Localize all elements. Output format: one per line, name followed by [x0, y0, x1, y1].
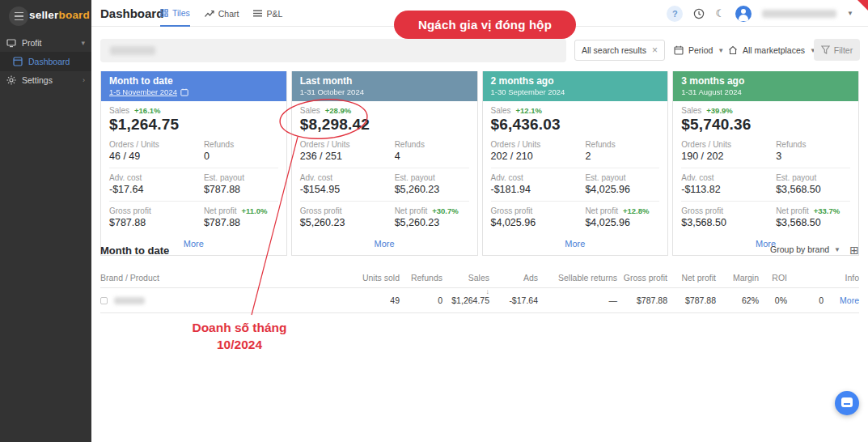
net-profit-label: Net profit — [776, 206, 809, 215]
tile-body: Sales+28.9% $8,298.42 Orders / Units236 … — [292, 101, 477, 255]
chevron-right-icon: › — [83, 76, 85, 84]
refunds-value: 3 — [776, 151, 850, 162]
tile-date: 1-30 September 2024 — [491, 87, 565, 96]
col-header-gross-profit: Gross profit — [617, 273, 667, 283]
sales-label: Sales — [491, 106, 511, 115]
tile-header: 2 months ago 1-30 September 2024 — [483, 71, 668, 101]
sidebar: sellerboard Profit ▾ Dashboard Settings … — [0, 0, 91, 442]
chevron-down-icon[interactable]: ▼ — [847, 10, 853, 17]
tab-pnl[interactable]: P&L — [253, 0, 282, 27]
blurred-account-name[interactable] — [762, 10, 836, 18]
chevron-down-icon: ▾ — [81, 39, 85, 47]
tile-body: Sales+39.9% $5,740.36 Orders / Units190 … — [673, 101, 858, 255]
tile-header: Last month 1-31 October 2024 — [292, 71, 477, 101]
tile-date-link[interactable]: 1-5 November 2024 — [109, 87, 177, 96]
funnel-icon — [821, 45, 830, 54]
tab-label: Chart — [218, 9, 239, 19]
tile-body: Sales+12.1% $6,436.03 Orders / Units202 … — [483, 101, 668, 255]
filter-button[interactable]: Filter — [814, 39, 860, 61]
adv-cost-value: -$113.82 — [681, 184, 776, 195]
est-payout-label: Est. payout — [204, 173, 244, 182]
cell-gross-profit: $787.88 — [617, 295, 667, 305]
gross-profit-label: Gross profit — [681, 206, 723, 215]
filter-label: Filter — [834, 45, 853, 55]
sidebar-item-profit[interactable]: Profit ▾ — [0, 34, 91, 52]
help-button[interactable]: ? — [667, 6, 683, 22]
orders-units-label: Orders / Units — [109, 140, 159, 149]
sales-label: Sales — [109, 106, 129, 115]
search-input[interactable] — [100, 39, 566, 62]
orders-units-value: 202 / 210 — [491, 151, 586, 162]
column-settings-grid-icon[interactable]: ⊞ — [849, 244, 859, 257]
tile-more-link[interactable]: More — [491, 234, 660, 255]
tab-chart[interactable]: Chart — [205, 0, 239, 27]
close-icon[interactable]: × — [652, 45, 658, 56]
annotation-note-line1: Doanh số tháng — [167, 319, 312, 336]
sidebar-item-label: Dashboard — [28, 57, 70, 66]
sidebar-item-settings[interactable]: Settings › — [0, 71, 91, 89]
row-expander-icon[interactable] — [100, 297, 108, 304]
page-title: Dashboard — [100, 6, 163, 20]
row-more-link[interactable]: More — [824, 295, 859, 305]
search-results-label: All search results — [582, 45, 646, 55]
adv-cost-label: Adv. cost — [681, 173, 713, 182]
period-dropdown[interactable]: Period ▼ — [674, 40, 724, 61]
cell-roi: 0% — [759, 295, 787, 305]
gross-profit-value: $3,568.50 — [681, 217, 776, 228]
cell-sellable-returns: — — [538, 295, 617, 305]
tab-label: Tiles — [172, 8, 190, 18]
logo-text-board: board — [58, 9, 90, 21]
est-payout-label: Est. payout — [395, 173, 435, 182]
tile-more-link[interactable]: More — [300, 234, 469, 255]
sales-label: Sales — [681, 106, 701, 115]
tab-tiles[interactable]: Tiles — [160, 0, 190, 27]
history-clock-icon[interactable] — [693, 8, 705, 19]
adv-cost-value: -$181.94 — [491, 184, 586, 195]
search-results-filter-chip[interactable]: All search results × — [574, 40, 665, 61]
sales-value: $5,740.36 — [681, 116, 850, 134]
est-payout-label: Est. payout — [585, 173, 625, 182]
avatar[interactable] — [735, 6, 752, 22]
net-profit-change-badge: +30.7% — [432, 206, 459, 215]
tile-body: Sales+16.1% $1,264.75 Orders / Units46 /… — [101, 101, 286, 255]
refunds-value: 0 — [204, 151, 278, 162]
adv-cost-value: -$17.64 — [109, 184, 204, 195]
gross-profit-value: $5,260.23 — [300, 217, 395, 228]
est-payout-value: $4,025.96 — [585, 184, 659, 195]
sales-change-badge: +12.1% — [516, 106, 543, 115]
annotation-note-line2: 10/2024 — [167, 336, 312, 353]
adv-cost-label: Adv. cost — [300, 173, 332, 182]
hamburger-menu-icon[interactable] — [9, 6, 28, 26]
blurred-search-query — [110, 46, 155, 55]
est-payout-value: $787.88 — [204, 184, 278, 195]
gross-profit-value: $4,025.96 — [491, 217, 586, 228]
sort-descending-icon[interactable]: ↓ — [486, 287, 490, 295]
net-profit-value: $5,260.23 — [395, 217, 469, 228]
table-row[interactable]: 49 0 $1,264.75 -$17.64 — $787.88 $787.88… — [100, 288, 859, 313]
sidebar-item-label: Profit — [22, 38, 42, 48]
dark-mode-moon-icon[interactable]: ☾ — [715, 7, 725, 19]
cell-margin: 62% — [716, 295, 759, 305]
tile-month-to-date: Month to date 1-5 November 2024 Sales+16… — [100, 71, 287, 256]
adv-cost-label: Adv. cost — [109, 173, 142, 182]
tile-last-month: Last month 1-31 October 2024 Sales+28.9%… — [291, 71, 478, 256]
refunds-label: Refunds — [395, 140, 425, 149]
list-icon — [253, 10, 262, 17]
sidebar-item-dashboard[interactable]: Dashboard — [0, 52, 91, 71]
est-payout-value: $3,568.50 — [776, 184, 850, 195]
orders-units-value: 190 / 202 — [681, 151, 776, 162]
tab-label: P&L — [266, 9, 282, 19]
net-profit-label: Net profit — [204, 206, 237, 215]
sales-label: Sales — [300, 106, 320, 115]
calendar-icon — [674, 45, 684, 55]
chat-launcher-button[interactable] — [835, 391, 859, 415]
tile-header: Month to date 1-5 November 2024 — [101, 71, 286, 101]
marketplaces-dropdown[interactable]: All marketplaces ▼ — [728, 40, 816, 61]
app-logo: sellerboard — [29, 9, 90, 21]
gross-profit-label: Gross profit — [300, 206, 342, 215]
marketplace-home-icon — [728, 45, 738, 55]
group-by-dropdown[interactable]: Group by brand ▼ — [770, 244, 840, 254]
table-header-row: Brand / Product Units sold Refunds Sales… — [100, 267, 859, 288]
chat-icon — [841, 397, 853, 407]
dashboard-icon — [13, 57, 23, 66]
